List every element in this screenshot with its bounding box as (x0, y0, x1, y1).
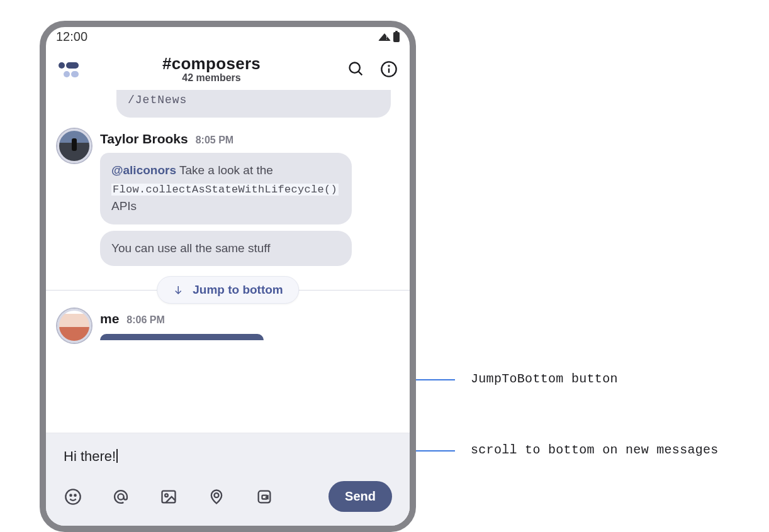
svg-line-1 (359, 71, 362, 75)
message-composer: Hi there! Send (46, 433, 410, 526)
channel-members: 42 members (76, 72, 347, 84)
avatar-taylor[interactable] (57, 129, 91, 163)
jump-to-bottom-label: Jump to bottom (193, 283, 283, 297)
message-bubble-truncated-outgoing (100, 334, 264, 340)
location-icon[interactable] (207, 487, 226, 506)
svg-point-4 (388, 65, 389, 66)
message-timestamp: 8:06 PM (126, 314, 164, 326)
svg-point-8 (74, 494, 76, 496)
jump-to-bottom-button[interactable]: Jump to bottom (157, 276, 299, 304)
video-call-icon[interactable] (255, 487, 274, 506)
app-logo-icon[interactable] (57, 60, 76, 79)
message-row-me: me 8:06 PM (57, 309, 398, 343)
inline-code: Flow.collectAsStateWithLifecycle() (111, 184, 339, 196)
message-bubble[interactable]: You can use all the same stuff (100, 231, 352, 267)
mention[interactable]: @aliconors (111, 163, 176, 177)
status-time: 12:00 (56, 30, 87, 44)
svg-rect-10 (162, 490, 176, 502)
message-bubble[interactable]: @aliconors Take a look at the Flow.colle… (100, 153, 352, 224)
send-button[interactable]: Send (328, 481, 392, 512)
divider-row: Jump to bottom (57, 276, 398, 304)
annotation-label-jump: JumpToBottom button (471, 372, 618, 386)
battery-icon (393, 32, 400, 42)
sender-name[interactable]: Taylor Brooks (100, 131, 188, 147)
svg-point-6 (65, 489, 80, 504)
composer-input[interactable]: Hi there! (64, 446, 392, 481)
message-row-taylor: Taylor Brooks 8:05 PM @aliconors Take a … (57, 129, 398, 266)
channel-name[interactable]: #composers (76, 54, 347, 74)
device-frame: 12:00 #composers 42 members /JetNews (40, 21, 416, 532)
svg-point-0 (350, 62, 360, 72)
info-icon[interactable] (379, 60, 398, 79)
avatar-me[interactable] (57, 309, 91, 343)
search-icon[interactable] (347, 60, 366, 79)
status-bar: 12:00 (46, 27, 410, 45)
image-icon[interactable] (159, 487, 178, 506)
message-bubble-truncated: /JetNews (116, 90, 391, 118)
annotation-label-scroll: scroll to bottom on new messages (471, 443, 719, 457)
emoji-icon[interactable] (64, 487, 82, 506)
svg-point-7 (70, 494, 71, 496)
message-list[interactable]: /JetNews Taylor Brooks 8:05 PM @aliconor… (46, 90, 410, 442)
svg-point-11 (165, 494, 168, 497)
svg-point-9 (118, 494, 123, 499)
svg-point-12 (215, 493, 219, 497)
mention-icon[interactable] (111, 487, 130, 506)
app-bar: #composers 42 members (46, 45, 410, 90)
wifi-alert-icon (378, 33, 391, 41)
message-timestamp: 8:05 PM (196, 135, 233, 146)
sender-name[interactable]: me (100, 311, 119, 326)
